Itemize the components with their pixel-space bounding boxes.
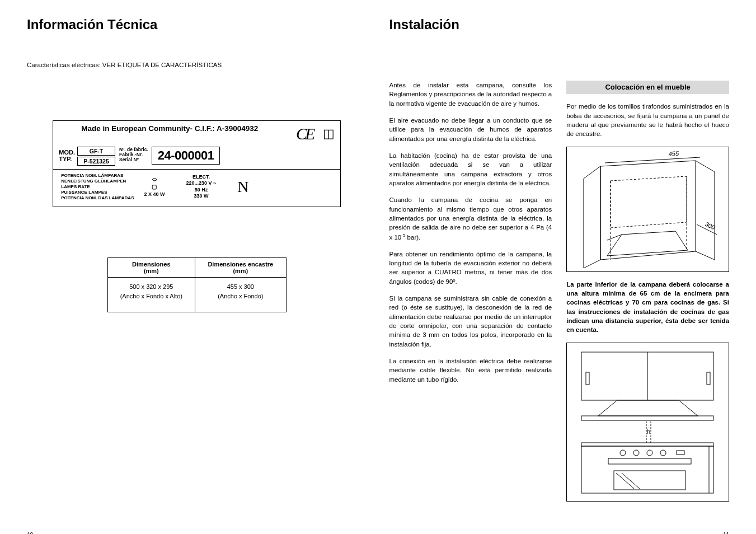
dimensions-table: Dimensiones (mm) Dimensiones encastre (m… [107, 257, 287, 312]
page-number-right: 11 [723, 532, 729, 534]
svg-marker-8 [607, 231, 688, 256]
right-title: Instalación [389, 17, 730, 32]
install-p3: La habitación (cocina) ha de estar provi… [389, 151, 552, 188]
lamps-rating-labels: POTENCIA NOM. LÁMPARAS NENLEISTUNG GLÜHL… [61, 173, 134, 201]
svg-rect-15 [707, 372, 710, 385]
dim-cell-1: 500 x 320 x 295 (Ancho x Fondo x Alto) [107, 277, 195, 312]
serial-number: 24-000001 [152, 147, 220, 165]
svg-point-26 [660, 450, 666, 456]
bulb-power: 2 X 40 W [144, 192, 165, 197]
model-gft: GF-T [77, 147, 115, 156]
left-page: Información Técnica Características eléc… [16, 17, 378, 534]
typ-label: TYP. [59, 156, 75, 163]
fabrik-labels: Nº. de fabric. Fabrik.-Nr. Serial Nº [118, 147, 149, 166]
svg-line-2 [696, 161, 715, 172]
svg-rect-20 [581, 443, 713, 446]
svg-line-4 [696, 251, 715, 260]
svg-rect-28 [608, 458, 691, 464]
svg-rect-27 [677, 451, 684, 455]
dim-cell-2: 455 x 300 (Ancho x Fondo) [195, 277, 286, 312]
svg-marker-5 [611, 176, 687, 228]
right-page: Instalación Antes de instalar esta campa… [378, 17, 741, 534]
mod-typ-label: MOD. TYP. [59, 147, 75, 166]
double-insulation-icon: ◫ [323, 124, 335, 141]
rating-plate: Made in European Community- C.I.F.: A-39… [53, 120, 341, 207]
svg-rect-17 [581, 416, 713, 420]
svg-marker-1 [584, 166, 600, 268]
svg-point-24 [633, 450, 639, 456]
install-p4: Cuando la campana de cocina se ponga en … [389, 195, 552, 241]
model-pnum: P-521325 [77, 157, 115, 166]
svg-point-25 [647, 450, 652, 456]
n-mark-icon: N [237, 178, 248, 196]
kitchen-elevation-diagram: h [566, 343, 729, 502]
install-text-col: Antes de instalar esta campana, consulte… [389, 81, 552, 509]
svg-line-31 [622, 473, 640, 489]
dim-header-1: Dimensiones (mm) [107, 257, 195, 277]
mod-label: MOD. [59, 149, 75, 156]
bulb-icon: ⌔ ▢ 2 X 40 W [144, 176, 165, 197]
section-title-colocacion: Colocación en el mueble [566, 81, 729, 94]
install-p2: El aire evacuado no debe llegar a un con… [389, 116, 552, 143]
install-p7: La conexión en la instalación eléctrica … [389, 357, 552, 384]
height-warning-note: La parte inferior de la campana deberá c… [566, 280, 729, 335]
svg-rect-14 [586, 372, 589, 385]
electrical-block: ELECT. 220...230 V ~ 50 Hz 330 W [186, 174, 217, 199]
svg-line-10 [605, 157, 700, 163]
colocacion-p1: Por medio de los tornillos tirafondos su… [566, 102, 729, 138]
left-title: Información Técnica [27, 17, 367, 32]
page-number-left: 10 [27, 532, 33, 534]
dim-header-2: Dimensiones encastre (mm) [195, 257, 286, 277]
install-p6: Si la campana se suministrara sin cable … [389, 294, 552, 349]
mounting-diagram: 455 300 [566, 147, 729, 272]
elec-spec-note: Características eléctricas: VER ETIQUETA… [27, 60, 367, 70]
svg-marker-16 [598, 400, 698, 416]
install-figures-col: Colocación en el mueble Por medio de los… [566, 81, 729, 509]
dim-h-label: h [647, 428, 650, 435]
install-p5: Para obtener un rendimiento óptimo de la… [389, 250, 552, 286]
install-p1: Antes de instalar esta campana, consulte… [389, 81, 552, 108]
svg-line-30 [616, 473, 634, 489]
svg-rect-21 [581, 446, 713, 493]
svg-point-23 [620, 450, 626, 456]
plate-made-in: Made in European Community- C.I.F.: A-39… [59, 124, 270, 133]
plate-divider [53, 169, 340, 170]
dim-455-label: 455 [668, 151, 679, 157]
ce-mark-icon: CE [294, 124, 315, 143]
